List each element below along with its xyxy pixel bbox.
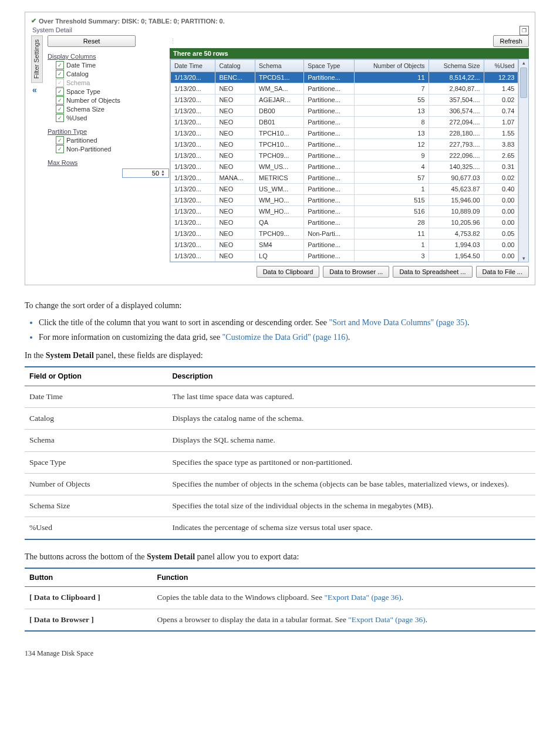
table-cell: 15,946.00 — [429, 195, 484, 206]
table-row[interactable]: 1/13/20...NEOSM4Partitione...11,994.030.… — [171, 239, 518, 251]
table-cell: 1.55 — [484, 128, 518, 139]
table-cell: 0.05 — [484, 228, 518, 239]
doc-link[interactable]: "Sort and Move Data Columns" (page 35) — [329, 318, 467, 327]
refresh-button[interactable]: Refresh — [493, 35, 529, 47]
table-row[interactable]: 1/13/20...NEOAGEJAR...Partitione...55357… — [171, 94, 518, 106]
checkbox-schema: ✓ — [56, 79, 64, 87]
col-num-objects[interactable]: Number of Objects — [355, 60, 429, 72]
table-row[interactable]: 1/13/20...NEOLQPartitione...31,954.500.0… — [171, 251, 518, 262]
checkbox-non-partitioned[interactable]: ✓ — [56, 145, 64, 153]
table-cell: 10,205.96 — [429, 217, 484, 228]
checkbox-num-objects[interactable]: ✓ — [56, 96, 64, 104]
table-cell: Specifies the total size of the individu… — [168, 495, 535, 517]
table-cell: 1/13/20... — [171, 239, 215, 251]
table-cell: 1.45 — [484, 83, 518, 94]
scroll-down-icon[interactable]: ▾ — [522, 255, 525, 262]
data-to-clipboard-button[interactable]: Data to Clipboard — [257, 266, 320, 278]
data-to-file-button[interactable]: Data to File ... — [476, 266, 529, 278]
page-footer: 134 Manage Disk Space — [25, 649, 535, 658]
doc-link[interactable]: "Export Data" (page 36) — [324, 593, 401, 602]
checkbox-catalog[interactable]: ✓ — [56, 70, 64, 78]
table-row[interactable]: 1/13/20...MANA...METRICSPartitione...579… — [171, 173, 518, 184]
table-cell: TPCH10... — [255, 139, 304, 150]
table-cell: 1/13/20... — [171, 150, 215, 161]
table-cell: [ Data to Clipboard ] — [25, 587, 153, 609]
reset-button[interactable]: Reset — [48, 35, 136, 47]
table-row[interactable]: 1/13/20...NEOWM_HO...Partitione...51515,… — [171, 195, 518, 206]
doc-link[interactable]: "Customize the Data Grid" (page 116) — [222, 333, 348, 342]
checkbox-partitioned[interactable]: ✓ — [56, 136, 64, 144]
spinner-down-icon[interactable]: ▼ — [161, 173, 165, 177]
table-cell: NEO — [215, 195, 255, 206]
table-cell: NEO — [215, 106, 255, 117]
table-cell: 1 — [355, 239, 429, 251]
table-cell: 90,677.03 — [429, 173, 484, 184]
checkbox-label: Schema Size — [66, 106, 104, 113]
max-rows-header: Max Rows — [48, 159, 165, 166]
col-schema[interactable]: Schema — [255, 60, 304, 72]
table-cell: Schema — [25, 430, 168, 451]
table-row[interactable]: 1/13/20...NEOTPCH09...Partitione...9222,… — [171, 150, 518, 161]
table-cell: 0.31 — [484, 161, 518, 173]
checkbox-schema-size[interactable]: ✓ — [56, 105, 64, 113]
col-schema-size[interactable]: Schema Size — [429, 60, 484, 72]
table-cell: 2,840,87... — [429, 83, 484, 94]
filter-settings-tab[interactable]: Filter Settings — [31, 35, 43, 83]
table-cell: Specifies the space type as partitoned o… — [168, 451, 535, 473]
table-row[interactable]: 1/13/20...NEOWM_HO...Partitione...51610,… — [171, 206, 518, 217]
table-cell: 1/13/20... — [171, 217, 215, 228]
table-header: Button — [25, 568, 153, 587]
col-catalog[interactable]: Catalog — [215, 60, 255, 72]
scroll-up-icon[interactable]: ▴ — [522, 59, 525, 66]
table-cell: Specifies the number of objects in the s… — [168, 473, 535, 495]
col-date-time[interactable]: Date Time — [171, 60, 215, 72]
table-cell: 57 — [355, 173, 429, 184]
table-cell: 222,096.... — [429, 150, 484, 161]
table-row: Schema SizeSpecifies the total size of t… — [25, 495, 535, 517]
button-function-table: ButtonFunction [ Data to Clipboard ]Copi… — [25, 568, 535, 632]
vertical-scrollbar[interactable]: ▴ ▾ — [518, 59, 528, 262]
data-to-spreadsheet-button[interactable]: Data to Spreadsheet ... — [393, 266, 472, 278]
checkbox-label: Partitioned — [66, 137, 97, 144]
doc-link[interactable]: "Export Data" (page 36) — [348, 615, 425, 624]
table-cell: 2.65 — [484, 150, 518, 161]
checkbox-label: Space Type — [66, 88, 100, 95]
data-to-browser-button[interactable]: Data to Browser ... — [323, 266, 389, 278]
doc-bullet: Click the title of the column that you w… — [39, 316, 535, 329]
table-cell: 1/13/20... — [171, 83, 215, 94]
table-row[interactable]: 1/13/20...NEODB00Partitione...13306,574.… — [171, 106, 518, 117]
scroll-thumb[interactable] — [520, 67, 527, 98]
popout-icon[interactable]: ❐ — [519, 26, 529, 35]
table-cell: 1.07 — [484, 117, 518, 128]
col-pct-used[interactable]: %Used — [484, 60, 518, 72]
col-space-type[interactable]: Space Type — [304, 60, 355, 72]
table-row[interactable]: 1/13/20...NEOUS_WM...Partitione...145,62… — [171, 184, 518, 195]
table-cell: 1/13/20... — [171, 106, 215, 117]
table-row: CatalogDisplays the catalog name of the … — [25, 408, 535, 430]
table-row[interactable]: 1/13/20...BENC...TPCDS1...Partitione...1… — [171, 72, 518, 83]
table-cell: NEO — [215, 139, 255, 150]
checkbox-space-type[interactable]: ✓ — [56, 87, 64, 96]
table-row[interactable]: 1/13/20...NEOQAPartitione...2810,205.960… — [171, 217, 518, 228]
table-row[interactable]: 1/13/20...NEOTPCH10...Partitione...13228… — [171, 128, 518, 139]
table-header: Function — [153, 568, 536, 587]
table-cell: MANA... — [215, 173, 255, 184]
table-row: Date TimeThe last time space data was ca… — [25, 386, 535, 407]
table-cell: 1/13/20... — [171, 173, 215, 184]
table-cell: TPCDS1... — [255, 72, 304, 83]
table-row[interactable]: 1/13/20...NEOTPCH09...Non-Parti...114,75… — [171, 228, 518, 239]
checkbox-date-time[interactable]: ✓ — [56, 61, 64, 69]
table-row[interactable]: 1/13/20...NEODB01Partitione...8272,094..… — [171, 117, 518, 128]
row-count-status: There are 50 rows — [170, 48, 529, 59]
table-row[interactable]: 1/13/20...NEOWM_US...Partitione...4140,3… — [171, 161, 518, 173]
table-row[interactable]: 1/13/20...NEOWM_SA...Partitione...72,840… — [171, 83, 518, 94]
table-row: %UsedIndicates the percentage of schema … — [25, 517, 535, 539]
doc-para: To change the sort order of a displayed … — [25, 299, 535, 312]
collapse-icon[interactable]: « — [32, 85, 42, 94]
table-row[interactable]: 1/13/20...NEOTPCH10...Partitione...12227… — [171, 139, 518, 150]
table-cell: Number of Objects — [25, 473, 168, 495]
table-cell: NEO — [215, 217, 255, 228]
table-cell: 228,180.... — [429, 128, 484, 139]
checkbox-pct-used[interactable]: ✓ — [56, 114, 64, 122]
table-cell: 8,514,22... — [429, 72, 484, 83]
